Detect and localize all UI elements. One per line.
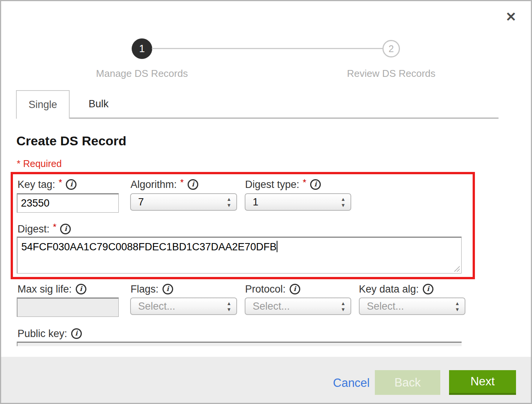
arrow-down-icon: ▼ — [341, 203, 346, 208]
key-data-alg-select-value: Select... — [367, 301, 455, 312]
digest-type-label-text: Digest type: — [245, 179, 299, 191]
digest-textarea[interactable]: 54FCF030AA1C79C0088FDEC1BD1C37DAA2E70DFB — [17, 237, 462, 274]
info-icon[interactable]: i — [423, 284, 433, 294]
protocol-label-text: Protocol: — [245, 283, 286, 295]
algorithm-label-text: Algorithm: — [131, 179, 177, 191]
flags-select[interactable]: Select... ▲ ▼ — [130, 297, 237, 315]
digest-label: Digest: * i — [18, 223, 71, 235]
public-key-label: Public key: i — [18, 327, 82, 340]
next-button[interactable]: Next — [449, 370, 516, 395]
create-ds-record-dialog: ✕ 1 2 Manage DS Records Review DS Record… — [0, 0, 532, 404]
algorithm-select[interactable]: 7 ▲ ▼ — [130, 193, 237, 211]
info-icon[interactable]: i — [76, 284, 86, 294]
arrow-down-icon: ▼ — [226, 307, 231, 312]
arrow-up-icon: ▲ — [226, 301, 231, 306]
required-asterisk: * — [59, 177, 62, 188]
info-icon-glyph: i — [75, 330, 77, 337]
arrow-down-icon: ▼ — [341, 307, 346, 312]
text-cursor — [277, 241, 277, 252]
required-note: * Required — [17, 158, 62, 169]
arrow-up-icon: ▲ — [455, 301, 460, 306]
info-icon[interactable]: i — [310, 179, 321, 190]
flags-label-text: Flags: — [131, 283, 159, 295]
public-key-textarea[interactable] — [17, 342, 462, 346]
digest-value: 54FCF030AA1C79C0088FDEC1BD1C37DAA2E70DFB — [21, 241, 277, 253]
select-arrows-icon: ▲ ▼ — [226, 197, 231, 208]
step-2-label: Review DS Records — [315, 68, 467, 80]
info-icon-glyph: i — [166, 286, 169, 292]
protocol-select-value: Select... — [253, 301, 341, 312]
back-button[interactable]: Back — [375, 370, 440, 395]
info-icon-glyph: i — [70, 181, 72, 188]
tab-bottom-border — [16, 118, 499, 119]
close-icon[interactable]: ✕ — [506, 10, 517, 23]
algorithm-label: Algorithm: * i — [131, 178, 198, 191]
select-arrows-icon: ▲ ▼ — [341, 197, 346, 208]
arrow-up-icon: ▲ — [226, 197, 231, 202]
step-2-indicator: 2 — [382, 40, 400, 57]
key-tag-label: Key tag: * i — [18, 178, 76, 191]
cancel-button[interactable]: Cancel — [333, 376, 370, 390]
info-icon-glyph: i — [192, 181, 194, 188]
key-tag-input[interactable] — [17, 193, 119, 213]
select-arrows-icon: ▲ ▼ — [226, 301, 231, 312]
protocol-label: Protocol: i — [245, 283, 300, 296]
info-icon-glyph: i — [293, 286, 296, 292]
key-tag-label-text: Key tag: — [18, 179, 55, 191]
key-data-alg-select[interactable]: Select... ▲ ▼ — [359, 297, 465, 315]
required-asterisk: * — [303, 177, 306, 188]
required-asterisk: * — [53, 222, 56, 232]
tab-single[interactable]: Single — [16, 90, 70, 119]
select-arrows-icon: ▲ ▼ — [455, 301, 460, 312]
digest-type-select[interactable]: 1 ▲ ▼ — [245, 193, 351, 211]
page-title: Create DS Record — [16, 134, 126, 148]
info-icon[interactable]: i — [71, 328, 82, 339]
step-1-indicator: 1 — [132, 38, 152, 59]
digest-label-text: Digest: — [18, 223, 49, 235]
info-icon[interactable]: i — [66, 179, 76, 190]
info-icon[interactable]: i — [162, 284, 173, 294]
digest-type-label: Digest type: * i — [245, 178, 321, 191]
arrow-down-icon: ▼ — [455, 307, 460, 312]
flags-select-value: Select... — [138, 301, 226, 312]
info-icon-glyph: i — [64, 226, 67, 232]
tab-bulk[interactable]: Bulk — [76, 90, 121, 118]
info-icon[interactable]: i — [290, 284, 300, 294]
step-1-label: Manage DS Records — [66, 68, 218, 80]
arrow-down-icon: ▼ — [226, 203, 231, 208]
public-key-label-text: Public key: — [18, 328, 67, 340]
max-sig-life-input — [17, 297, 119, 317]
resize-handle[interactable] — [453, 265, 460, 272]
arrow-up-icon: ▲ — [341, 301, 346, 306]
stepper-connector-line — [152, 48, 382, 49]
info-icon[interactable]: i — [60, 224, 71, 234]
key-data-alg-label: Key data alg: i — [359, 283, 433, 296]
flags-label: Flags: i — [131, 283, 173, 296]
info-icon-glyph: i — [80, 286, 82, 292]
protocol-select[interactable]: Select... ▲ ▼ — [245, 297, 351, 315]
arrow-up-icon: ▲ — [341, 197, 346, 202]
info-icon-glyph: i — [427, 286, 429, 292]
info-icon-glyph: i — [314, 181, 317, 188]
max-sig-life-label-text: Max sig life: — [18, 283, 72, 295]
info-icon[interactable]: i — [188, 179, 198, 190]
select-arrows-icon: ▲ ▼ — [341, 301, 346, 312]
key-data-alg-label-text: Key data alg: — [359, 283, 419, 295]
algorithm-select-value: 7 — [138, 196, 226, 208]
digest-type-select-value: 1 — [253, 196, 341, 208]
required-asterisk: * — [180, 177, 184, 188]
max-sig-life-label: Max sig life: i — [18, 283, 86, 296]
